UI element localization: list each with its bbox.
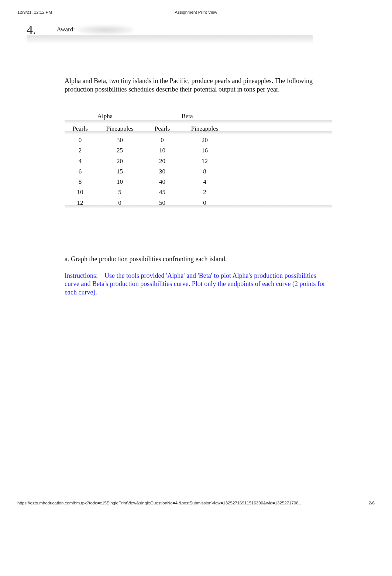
award-label: Award: [57,25,134,34]
footer-page: 2/6 [369,501,375,505]
cell: 4 [180,177,230,187]
cell: 8 [180,166,230,176]
col-header-beta-pineapples: Pineapples [180,121,230,135]
table-row: 2 25 10 16 [65,145,230,156]
question-content: Alpha and Beta, two tiny islands in the … [65,77,330,296]
cell: 10 [95,177,145,187]
cell: 30 [95,135,145,145]
award-label-text: Award: [57,25,75,32]
footer-url: https://ezto.mheducation.com/hm.tpx?todo… [17,501,303,505]
cell: 50 [145,197,180,208]
cell: 45 [145,187,180,197]
cell: 8 [65,177,95,187]
col-header-alpha-pearls: Pearls [65,121,95,135]
cell: 40 [145,177,180,187]
part-a-text: a. Graph the production possibilities co… [65,255,330,263]
instructions-label: Instructions: [65,272,98,279]
cell: 0 [180,197,230,208]
table-row: 6 15 30 8 [65,166,230,176]
cell: 0 [65,135,95,145]
divider [27,35,313,44]
table-row: 12 0 50 0 [65,197,230,208]
cell: 20 [95,156,145,166]
cell: 16 [180,145,230,156]
table-row: 0 30 0 20 [65,135,230,145]
cell: 30 [145,166,180,176]
cell: 6 [65,166,95,176]
cell: 20 [180,135,230,145]
cell: 4 [65,156,95,166]
cell: 0 [95,197,145,208]
cell: 12 [180,156,230,166]
header-title: Assignment Print View [0,10,392,14]
cell: 10 [145,145,180,156]
table-row: 4 20 20 12 [65,156,230,166]
cell: 12 [65,197,95,208]
table-col-header-row: Pearls Pineapples Pearls Pineapples [65,121,230,135]
cell: 20 [145,156,180,166]
award-value-blurred [78,25,133,34]
col-header-alpha-pineapples: Pineapples [95,121,145,135]
cell: 25 [95,145,145,156]
table-row: 8 10 40 4 [65,177,230,187]
group-header-beta: Beta [145,111,230,121]
group-header-alpha: Alpha [65,111,145,121]
col-header-beta-pearls: Pearls [145,121,180,135]
table-row: 10 5 45 2 [65,187,230,197]
ppf-table-container: Alpha Beta Pearls Pineapples Pearls Pine… [65,111,330,208]
ppf-table: Alpha Beta Pearls Pineapples Pearls Pine… [65,111,230,208]
table-group-header-row: Alpha Beta [65,111,230,121]
question-number: 4. [27,23,36,37]
cell: 15 [95,166,145,176]
cell: 5 [95,187,145,197]
instructions-paragraph: Instructions: Use the tools provided 'Al… [65,272,330,297]
cell: 2 [65,145,95,156]
instructions-text: Use the tools provided 'Alpha' and 'Beta… [65,272,325,296]
cell: 0 [145,135,180,145]
cell: 10 [65,187,95,197]
cell: 2 [180,187,230,197]
intro-paragraph: Alpha and Beta, two tiny islands in the … [65,77,330,93]
